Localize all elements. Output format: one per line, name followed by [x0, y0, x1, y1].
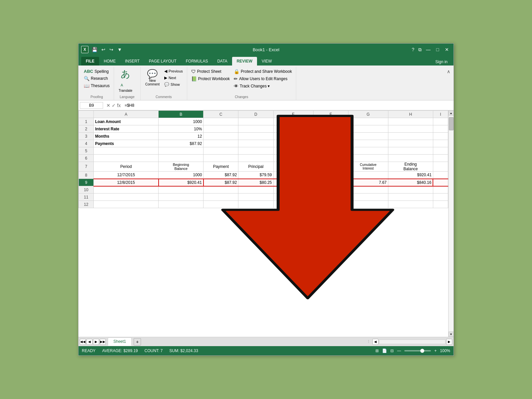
cell-f3[interactable] [313, 133, 348, 140]
cell-e2[interactable] [273, 125, 313, 133]
zoom-plus-btn[interactable]: + [434, 348, 437, 353]
cell-b4[interactable]: $87.92 [159, 140, 203, 147]
cell-c3[interactable] [203, 133, 238, 140]
new-comment-btn[interactable]: 💬 NewComment [143, 68, 162, 87]
cell-c11[interactable] [203, 194, 238, 201]
cell-b9[interactable]: $920.41 [159, 179, 203, 186]
vertical-scrollbar[interactable]: ▲ ▼ [448, 110, 454, 337]
row-header-3[interactable]: 3 [79, 133, 94, 140]
cell-f2[interactable] [313, 125, 348, 133]
cell-e8[interactable]: 8.33 [273, 172, 313, 179]
cell-h4[interactable] [388, 140, 433, 147]
collapse-ribbon-btn[interactable]: ∧ [445, 68, 452, 75]
cell-e1[interactable] [273, 118, 313, 125]
spelling-btn[interactable]: ABC Spelling [82, 68, 111, 74]
row-header-9[interactable]: 9 [79, 179, 94, 186]
row-header-5[interactable]: 5 [79, 147, 94, 155]
cell-e5[interactable] [273, 147, 313, 155]
cell-f5[interactable] [313, 147, 348, 155]
cell-i9[interactable] [433, 179, 448, 186]
close-btn[interactable]: ✕ [443, 46, 451, 54]
cell-a1[interactable]: Loan Amount [94, 118, 159, 125]
cell-d4[interactable] [238, 140, 273, 147]
scroll-down-btn[interactable]: ▼ [449, 332, 454, 337]
col-header-c[interactable]: C [203, 111, 238, 118]
formula-input[interactable] [123, 102, 452, 108]
cell-d7[interactable]: Principal [238, 162, 273, 172]
row-header-10[interactable]: 10 [79, 186, 94, 194]
cell-i10[interactable] [433, 186, 448, 194]
view-normal-btn[interactable]: ⊞ [375, 348, 379, 353]
cell-h7[interactable]: EndingBalance [388, 162, 433, 172]
row-header-7[interactable]: 7 [79, 162, 94, 172]
cell-h2[interactable] [388, 125, 433, 133]
translate-btn[interactable]: あA Translate [117, 68, 134, 94]
cell-c7[interactable]: Payment [203, 162, 238, 172]
cell-g7[interactable]: CumulativeInterest [348, 162, 388, 172]
view-pagebreak-btn[interactable]: ⊟ [390, 348, 394, 353]
allow-edit-ranges-btn[interactable]: ✏ Allow Users to Edit Ranges [232, 75, 293, 82]
col-header-a[interactable]: A [94, 111, 159, 118]
cell-c4[interactable] [203, 140, 238, 147]
cell-c8[interactable]: $87.92 [203, 172, 238, 179]
next-comment-btn[interactable]: ▶ Next [163, 75, 184, 81]
cell-h9[interactable]: $840.16 [388, 179, 433, 186]
cell-f6[interactable] [313, 155, 348, 162]
protect-share-btn[interactable]: 🔒 Protect and Share Workbook [232, 68, 293, 75]
col-header-e[interactable]: E [273, 111, 313, 118]
view-layout-btn[interactable]: 📄 [382, 348, 387, 353]
cell-g3[interactable] [348, 133, 388, 140]
cell-f1[interactable] [313, 118, 348, 125]
cell-i4[interactable] [433, 140, 448, 147]
sheet-nav-next[interactable]: ▶ [93, 339, 99, 345]
cell-b7[interactable]: BeginningBalance [159, 162, 203, 172]
tab-formulas[interactable]: FORMULAS [181, 57, 213, 66]
scroll-up-btn[interactable]: ▲ [449, 110, 454, 116]
scroll-track[interactable] [449, 116, 454, 332]
cell-f4[interactable] [313, 140, 348, 147]
cell-a5[interactable] [94, 147, 159, 155]
cell-c2[interactable] [203, 125, 238, 133]
cell-e9[interactable]: 7.67 [273, 179, 313, 186]
cell-b12[interactable] [159, 201, 203, 208]
cell-h6[interactable] [388, 155, 433, 162]
ribbon-display-btn[interactable]: ⧉ [417, 46, 423, 53]
tab-pagelayout[interactable]: PAGE LAYOUT [144, 57, 181, 66]
cell-d8[interactable]: $79.59 [238, 172, 273, 179]
cell-a4[interactable]: Payments [94, 140, 159, 147]
col-header-i[interactable]: I [433, 111, 448, 118]
cell-e6[interactable] [273, 155, 313, 162]
tab-data[interactable]: DATA [212, 57, 232, 66]
cell-a9[interactable]: 12/8/2015 [94, 179, 159, 186]
cell-a10[interactable] [94, 186, 159, 194]
cell-a7[interactable]: Period [94, 162, 159, 172]
row-header-12[interactable]: 12 [79, 201, 94, 208]
cell-a12[interactable] [94, 201, 159, 208]
cancel-formula-icon[interactable]: ✕ [106, 103, 110, 108]
cell-i2[interactable] [433, 125, 448, 133]
cell-d5[interactable] [238, 147, 273, 155]
zoom-minus-btn[interactable]: — [397, 348, 401, 353]
cell-d1[interactable] [238, 118, 273, 125]
cell-c9[interactable]: $87.92 [203, 179, 238, 186]
hscroll-left[interactable]: ◀ [372, 339, 378, 345]
cell-i1[interactable] [433, 118, 448, 125]
tab-view[interactable]: VIEW [257, 57, 277, 66]
row-header-1[interactable]: 1 [79, 118, 94, 125]
tab-review[interactable]: REVIEW [232, 57, 257, 66]
sign-in-button[interactable]: Sign in [432, 58, 451, 66]
cell-d12[interactable] [238, 201, 273, 208]
cell-b6[interactable] [159, 155, 203, 162]
row-header-11[interactable]: 11 [79, 194, 94, 201]
col-header-b[interactable]: B [159, 111, 203, 118]
cell-b2[interactable]: 10% [159, 125, 203, 133]
row-header-6[interactable]: 6 [79, 155, 94, 162]
cell-d9[interactable]: $80.25 [238, 179, 273, 186]
sheet-nav-first[interactable]: ◀◀ [80, 339, 86, 345]
cell-g10[interactable] [348, 186, 388, 194]
cell-h3[interactable] [388, 133, 433, 140]
cell-c12[interactable] [203, 201, 238, 208]
cell-i8[interactable] [433, 172, 448, 179]
cell-b10[interactable] [159, 186, 203, 194]
cell-g5[interactable] [348, 147, 388, 155]
